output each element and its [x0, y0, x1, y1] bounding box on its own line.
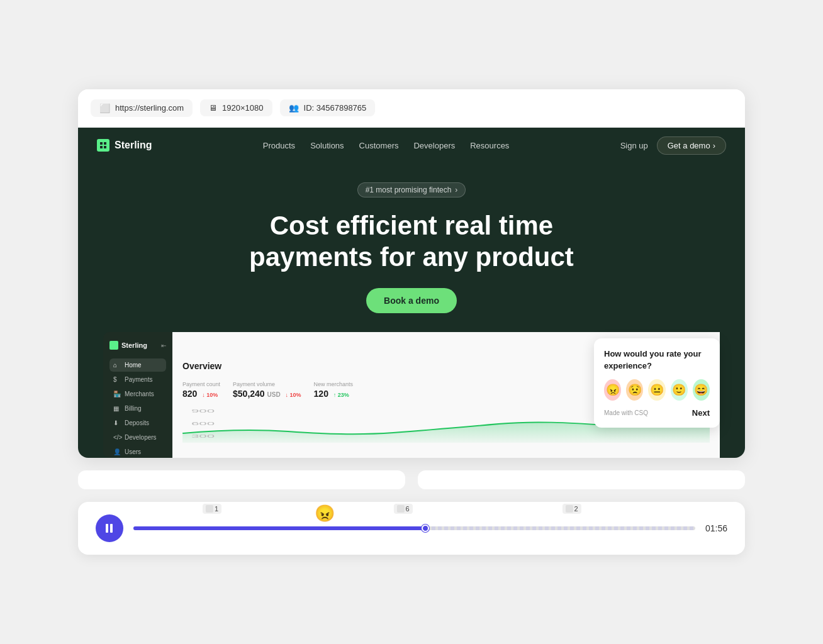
deposits-icon: ⬇ [113, 419, 121, 426]
marker-2: 2 [562, 504, 581, 514]
svg-text:300: 300 [191, 433, 215, 439]
timeline-track[interactable] [133, 526, 695, 530]
svg-rect-1 [104, 142, 106, 145]
collapse-button[interactable]: ⇤ [161, 342, 166, 349]
nav-developers[interactable]: Developers [413, 141, 455, 150]
stat-new-merchants: New merchants 120 ↑ 23% [314, 381, 354, 399]
marker-6: 6 [394, 504, 413, 514]
marker-label-6: 6 [406, 505, 410, 513]
nav-customers[interactable]: Customers [359, 141, 399, 150]
monitor-icon: 🖥 [209, 103, 217, 113]
site-nav: Sterling Products Solutions Customers De… [78, 128, 745, 164]
nav-products[interactable]: Products [263, 141, 295, 150]
nav-actions: Sign up Get a demo › [620, 136, 726, 155]
id-bar: 👥 ID: 34567898765 [280, 99, 376, 116]
sidebar-item-home[interactable]: ⌂ Home [109, 358, 166, 372]
timeline-container[interactable]: 1 😠 6 2 [133, 526, 695, 530]
sidebar-item-payments[interactable]: $ Payments [109, 373, 166, 386]
hero-badge[interactable]: #1 most promising fintech › [357, 182, 466, 197]
marker-1: 1 [203, 504, 221, 514]
sidebar-item-deposits[interactable]: ⬇ Deposits [109, 416, 166, 430]
emoji-marker: 😠 [315, 504, 335, 523]
users-icon: 👥 [289, 103, 299, 113]
marker-label-1: 1 [215, 505, 218, 513]
nav-solutions[interactable]: Solutions [310, 141, 344, 150]
emoji-happy[interactable]: 🙂 [671, 379, 688, 401]
emoji-angry[interactable]: 😠 [604, 379, 621, 401]
divider-left [78, 470, 405, 489]
pause-icon [106, 524, 113, 533]
nav-logo-text: Sterling [115, 140, 152, 151]
resolution-text: 1920×1080 [222, 103, 263, 113]
dashboard-sidebar: Sterling ⇤ ⌂ Home $ Payments 🏪 Merch [103, 332, 172, 458]
billing-icon: ▦ [113, 405, 121, 412]
sidebar-item-developers[interactable]: </> Developers [109, 431, 166, 444]
hero-cta-button[interactable]: Book a demo [366, 288, 457, 313]
video-player: 1 😠 6 2 [78, 502, 745, 555]
divider-row [78, 470, 745, 489]
arrow-icon: › [455, 186, 457, 194]
timeline-dashed [425, 526, 695, 530]
stat-payment-volume: Payment volume $50,240 USD ↓ 10% [233, 381, 301, 399]
users-icon: 👤 [113, 448, 121, 455]
svg-rect-3 [104, 146, 106, 148]
page-icon: ⬜ [99, 103, 110, 113]
timeline-progress [133, 526, 425, 530]
sidebar-item-users[interactable]: 👤 Users [109, 445, 166, 458]
svg-text:900: 900 [191, 408, 215, 414]
code-icon: </> [113, 434, 121, 441]
dashboard-preview: Sterling ⇤ ⌂ Home $ Payments 🏪 Merch [78, 332, 745, 458]
emoji-marker-icon: 😠 [315, 504, 335, 523]
feedback-brand: Made with CSQ [604, 409, 648, 416]
sidebar-item-merchants[interactable]: 🏪 Merchants [109, 387, 166, 401]
home-icon: ⌂ [113, 362, 121, 369]
resolution-bar: 🖥 1920×1080 [200, 99, 272, 116]
next-button[interactable]: Next [692, 408, 710, 418]
browser-toolbar: ⬜ https://sterling.com 🖥 1920×1080 👥 ID:… [78, 89, 745, 128]
url-bar[interactable]: ⬜ https://sterling.com [91, 99, 193, 117]
marker-icon-6 [397, 505, 405, 513]
nav-links: Products Solutions Customers Developers … [263, 141, 510, 150]
divider-right [418, 470, 745, 489]
marker-icon-1 [206, 505, 213, 513]
svg-text:600: 600 [191, 421, 215, 426]
feedback-footer: Made with CSQ Next [604, 408, 710, 418]
nav-logo: Sterling [97, 139, 152, 152]
emoji-neutral[interactable]: 😐 [648, 379, 665, 401]
payments-icon: $ [113, 376, 121, 383]
merchants-icon: 🏪 [113, 391, 121, 397]
marker-label-2: 2 [574, 505, 578, 513]
sidebar-item-billing[interactable]: ▦ Billing [109, 402, 166, 415]
hero-section: #1 most promising fintech › Cost efficie… [78, 164, 745, 333]
emoji-sad[interactable]: 😟 [626, 379, 643, 401]
feedback-widget: How would you rate your experience? 😠 😟 … [594, 338, 720, 427]
timeline-markers: 1 😠 6 2 [133, 504, 695, 523]
pause-button[interactable] [96, 514, 123, 542]
dash-logo-row: Sterling ⇤ [109, 341, 166, 350]
emoji-excited[interactable]: 😄 [693, 379, 710, 401]
hero-badge-text: #1 most promising fintech [366, 186, 452, 194]
dash-logo: Sterling [109, 341, 147, 350]
dashboard-main: 🔍 Search... Overview 📅 Last 7 [172, 332, 720, 458]
logo-icon [97, 139, 109, 152]
nav-demo-button[interactable]: Get a demo › [657, 136, 726, 155]
marker-icon-2 [565, 505, 573, 513]
emoji-row: 😠 😟 😐 🙂 😄 [604, 379, 710, 401]
nav-resources[interactable]: Resources [470, 141, 509, 150]
url-text: https://sterling.com [115, 103, 184, 113]
hero-title: Cost efficient real time payments for an… [223, 210, 600, 274]
nav-signin[interactable]: Sign up [620, 141, 648, 150]
stat-payment-count: Payment count 820 ↓ 10% [182, 381, 220, 399]
browser-frame: ⬜ https://sterling.com 🖥 1920×1080 👥 ID:… [78, 89, 745, 458]
playhead[interactable] [422, 525, 429, 532]
time-display: 01:56 [705, 523, 727, 533]
overview-title: Overview [182, 361, 221, 371]
feedback-question: How would you rate your experience? [604, 348, 710, 371]
website-content: Sterling Products Solutions Customers De… [78, 128, 745, 458]
id-text: ID: 34567898765 [304, 103, 367, 113]
svg-rect-0 [100, 142, 103, 145]
svg-rect-2 [100, 146, 103, 148]
